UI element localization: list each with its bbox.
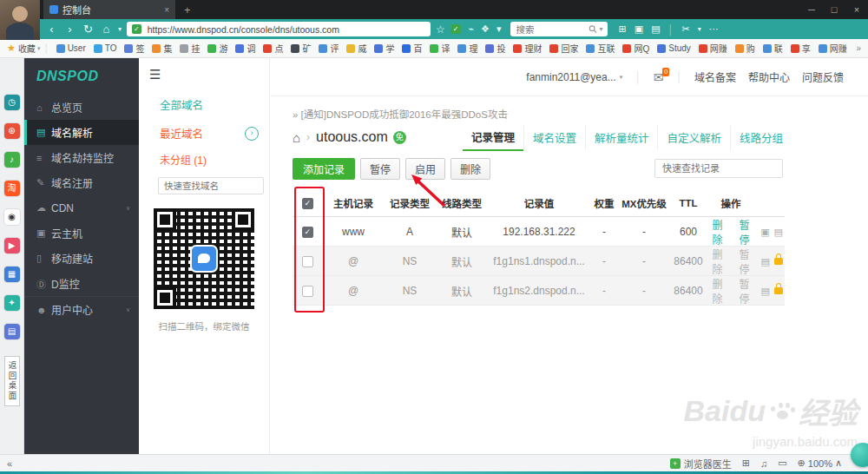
bookmark-item[interactable]: 点: [263, 42, 283, 55]
collapse-sidebar-icon[interactable]: «: [7, 458, 12, 469]
pause-button[interactable]: 暂停: [360, 158, 400, 180]
favorites-label[interactable]: 收藏: [18, 42, 36, 55]
enable-button[interactable]: 启用: [405, 158, 445, 180]
bookmark-item[interactable]: 挂: [180, 42, 200, 55]
bookmark-item[interactable]: 网赚: [699, 42, 727, 55]
browser-search-box[interactable]: ▾: [510, 22, 608, 36]
browser-search-input[interactable]: [515, 23, 586, 36]
delete-record-link[interactable]: 删除: [707, 217, 727, 247]
edge-app-icon[interactable]: ✦: [4, 295, 20, 311]
screenshot-scissors-icon[interactable]: ✂: [681, 23, 689, 35]
taskpane-grid-icon[interactable]: ⊞: [742, 458, 750, 469]
sidebar-item-hijack-monitor[interactable]: ≡ 域名劫持监控: [24, 145, 139, 170]
tab-resolution-stats[interactable]: 解析量统计: [585, 125, 658, 150]
bookmark-item[interactable]: 游: [207, 42, 227, 55]
edge-app-icon[interactable]: 淘: [4, 181, 20, 196]
sidebar-item-mobile-site[interactable]: ▯ 移动建站: [24, 246, 139, 271]
bookmark-item[interactable]: 享: [791, 42, 811, 55]
bookmarks-overflow-icon[interactable]: »: [851, 43, 861, 53]
menu-more-icon[interactable]: ⋯: [709, 23, 719, 35]
nav-dropdown-icon[interactable]: ▾: [118, 25, 122, 33]
bookmark-item[interactable]: 理财: [513, 42, 542, 55]
bookmark-item[interactable]: User: [56, 43, 86, 53]
ungrouped-link[interactable]: 未分组 (1): [160, 152, 269, 167]
icp-filing-link[interactable]: 域名备案: [694, 69, 736, 84]
bookmark-item[interactable]: 矿: [291, 42, 311, 55]
wallpaper-icon[interactable]: ▣: [635, 23, 643, 35]
notice-banner[interactable]: » [通知]DNSPOD成功抵御2016年最强DDoS攻击: [271, 96, 868, 119]
speed-bolt-icon[interactable]: ⌁: [468, 23, 474, 35]
back-button[interactable]: ‹: [45, 23, 58, 36]
bookmark-item[interactable]: 译: [430, 42, 450, 55]
minimize-icon[interactable]: ─: [800, 4, 823, 15]
remark-icon[interactable]: ▣: [760, 227, 769, 238]
forward-button[interactable]: ›: [63, 23, 76, 36]
bookmark-item[interactable]: 网Q: [622, 42, 649, 55]
delete-button[interactable]: 删除: [450, 158, 490, 180]
dnspod-logo[interactable]: DNSPOD: [24, 58, 139, 95]
domain-search-input[interactable]: [158, 177, 264, 194]
browser-user-avatar[interactable]: [0, 0, 40, 40]
sidebar-item-user-center[interactable]: ☻ 用户中心 ∨: [24, 296, 139, 322]
refresh-button[interactable]: ↻: [82, 23, 95, 36]
sidebar-item-overview[interactable]: ⌂ 总览页: [24, 95, 139, 120]
bookmark-item[interactable]: 联: [763, 42, 783, 55]
all-domains-link[interactable]: 全部域名: [160, 96, 269, 113]
lock-icon[interactable]: [774, 287, 783, 294]
bookmark-item[interactable]: 调: [235, 42, 255, 55]
record-log-icon[interactable]: ▤: [774, 227, 783, 238]
zoom-control[interactable]: ⊕ 100% ∧: [798, 458, 842, 469]
sidebar-item-d-monitor[interactable]: Ⓓ D监控: [24, 271, 139, 296]
record-log-icon[interactable]: ▤: [761, 256, 770, 267]
tab-custom-resolution[interactable]: 自定义解析: [657, 125, 730, 150]
delete-record-link[interactable]: 删除: [707, 247, 727, 276]
edge-app-icon[interactable]: ♪: [4, 152, 20, 168]
feedback-link[interactable]: 问题反馈: [802, 69, 844, 84]
tab-close-icon[interactable]: ×: [164, 5, 169, 15]
maximize-icon[interactable]: □: [823, 4, 845, 15]
record-log-icon[interactable]: ▤: [761, 286, 770, 297]
tools-caret-icon[interactable]: ▾: [698, 25, 701, 33]
mail-button[interactable]: ✉ 0: [654, 70, 664, 84]
favorites-caret-icon[interactable]: ▾: [37, 45, 41, 52]
reading-mode-icon[interactable]: ▤: [651, 23, 660, 35]
browser-tab[interactable]: 控制台 ×: [43, 0, 175, 19]
media-sound-icon[interactable]: ♫: [760, 458, 767, 469]
pause-record-link[interactable]: 暂停: [734, 217, 754, 247]
pause-record-link[interactable]: 暂停: [734, 276, 754, 306]
sidebar-item-cloud-host[interactable]: ▣ 云主机: [24, 221, 139, 246]
bookmark-star-icon[interactable]: ☆: [436, 23, 445, 36]
record-search-input[interactable]: [654, 159, 783, 178]
edge-app-icon[interactable]: ▤: [4, 324, 20, 339]
sidebar-item-dns-resolution[interactable]: ▤ 域名解析: [24, 120, 139, 145]
address-bar[interactable]: ✓: [127, 22, 431, 36]
recent-domains-link[interactable]: 最近域名 ›: [160, 125, 259, 142]
apps-grid-icon[interactable]: ⊞: [619, 23, 627, 35]
row-checkbox[interactable]: [302, 227, 313, 238]
lock-icon[interactable]: [774, 258, 783, 265]
bookmark-item[interactable]: 理: [457, 42, 477, 55]
expand-arrow-icon[interactable]: ›: [245, 127, 259, 141]
sidebar-item-domain-register[interactable]: ✎ 域名注册: [24, 170, 139, 195]
bookmark-item[interactable]: 集: [152, 42, 172, 55]
row-checkbox[interactable]: [302, 286, 313, 297]
bookmark-item[interactable]: 购: [735, 42, 755, 55]
edge-app-icon[interactable]: ▶: [4, 238, 20, 253]
quick-icons-caret-icon[interactable]: ▾: [496, 23, 502, 35]
edge-app-icon[interactable]: ◉: [4, 209, 20, 225]
delete-record-link[interactable]: 删除: [707, 276, 727, 306]
collapse-menu-icon[interactable]: ☰: [149, 67, 165, 82]
add-record-button[interactable]: 添加记录: [293, 158, 355, 180]
pause-record-link[interactable]: 暂停: [734, 247, 754, 276]
home-button[interactable]: ⌂: [100, 23, 113, 36]
bookmark-item[interactable]: 网赚: [819, 42, 847, 55]
sidebar-item-cdn[interactable]: ☁ CDN ∨: [24, 195, 139, 221]
extensions-icon[interactable]: ❖: [481, 23, 490, 35]
bookmark-item[interactable]: 投: [485, 42, 505, 55]
back-to-desktop-button[interactable]: 返回桌面: [4, 356, 20, 406]
bookmark-item[interactable]: 互联: [586, 42, 615, 55]
breadcrumb-home-icon[interactable]: ⌂: [293, 130, 300, 145]
select-all-checkbox[interactable]: [302, 198, 313, 209]
bookmark-item[interactable]: 威: [346, 42, 366, 55]
bookmark-item[interactable]: 签: [124, 42, 144, 55]
